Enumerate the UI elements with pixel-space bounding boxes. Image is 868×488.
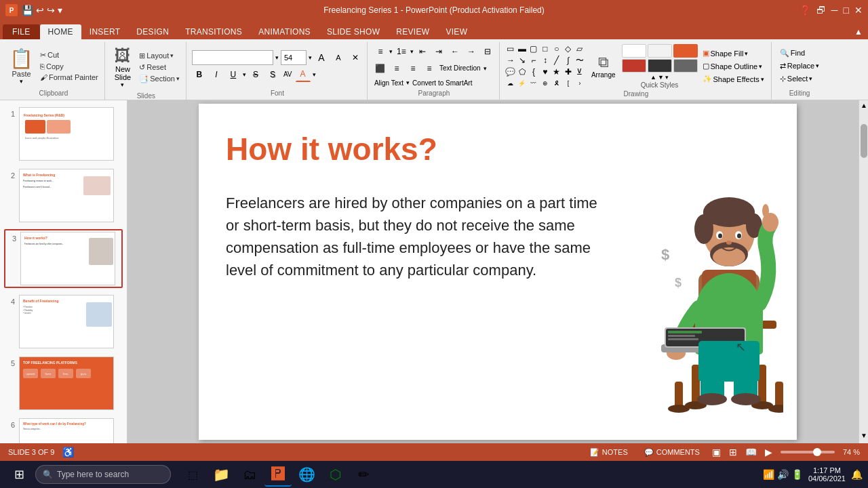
redo-icon[interactable]: ↪: [47, 5, 55, 16]
tab-slideshow[interactable]: SLIDE SHOW: [319, 24, 388, 39]
qs-item-1[interactable]: [622, 44, 646, 58]
new-slide-arrow[interactable]: ▾: [121, 81, 124, 88]
tab-transitions[interactable]: TRANSITIONS: [177, 24, 250, 39]
shape-rectangle[interactable]: ▭: [505, 43, 516, 54]
qs-more-arrow[interactable]: ▾: [665, 74, 669, 81]
arrange-button[interactable]: ⧉ Arrange: [587, 51, 620, 81]
qs-item-3[interactable]: [673, 44, 698, 58]
decrease-indent-button[interactable]: ⇤: [415, 44, 430, 59]
select-arrow[interactable]: ▾: [809, 75, 812, 82]
section-arrow[interactable]: ▾: [176, 75, 180, 82]
paste-button[interactable]: 📋 Paste ▾: [7, 45, 36, 87]
start-button[interactable]: ⊞: [5, 462, 33, 487]
strikethrough-button[interactable]: S: [248, 67, 263, 82]
scrollbar-up-arrow[interactable]: ▲: [859, 100, 868, 110]
help-icon[interactable]: ❓: [800, 5, 811, 16]
font-size-arrow[interactable]: ▾: [309, 54, 312, 61]
normal-view-icon[interactable]: ▣: [712, 447, 721, 458]
align-text-arrow[interactable]: ▾: [406, 79, 410, 86]
shape-freeform[interactable]: 〜: [574, 55, 585, 66]
align-right-button[interactable]: ≡: [406, 61, 420, 76]
font-name-input[interactable]: [192, 50, 273, 65]
tab-view[interactable]: VIEW: [437, 24, 475, 39]
slide-body[interactable]: Freelancers are hired by other companies…: [226, 192, 606, 281]
shadow-button[interactable]: S: [265, 67, 280, 82]
zoom-slider[interactable]: [781, 451, 835, 453]
shape-connector[interactable]: ↕: [540, 55, 551, 66]
scrollbar-down-arrow[interactable]: ▼: [859, 430, 868, 441]
slide-thumb-2[interactable]: 2 What is Freelancing Freelancing means …: [4, 167, 123, 224]
shape-cross[interactable]: ✚: [563, 66, 574, 77]
shape-brace[interactable]: {: [528, 66, 539, 77]
slide-thumb-6[interactable]: 6 What type of work can I do by Freelanc…: [4, 417, 123, 443]
increase-indent-button[interactable]: ⇥: [431, 44, 446, 59]
font-color-button[interactable]: A: [296, 67, 311, 82]
tab-review[interactable]: REVIEW: [388, 24, 437, 39]
shape-lightning[interactable]: ⚡: [517, 78, 528, 89]
shape-wave[interactable]: 〰: [528, 78, 539, 89]
network-icon[interactable]: 📶: [763, 469, 774, 480]
bold-button[interactable]: B: [192, 67, 207, 82]
shape-star[interactable]: ★: [551, 66, 562, 77]
shape-arrow[interactable]: →: [505, 55, 516, 66]
tab-file[interactable]: FILE: [3, 24, 40, 39]
tab-design[interactable]: DESIGN: [128, 24, 177, 39]
cut-button[interactable]: ✂ Cut: [38, 50, 100, 60]
ribbon-collapse[interactable]: ▲: [849, 24, 868, 39]
shape-pentagon[interactable]: ⬠: [517, 66, 528, 77]
replace-arrow[interactable]: ▾: [816, 62, 819, 69]
shape-effects-button[interactable]: ✨ Shape Effects ▾: [700, 73, 767, 85]
slide-thumb-1[interactable]: 1 Freelancing Series (R&D) Icons and peo…: [4, 106, 123, 162]
slide-thumb-5[interactable]: 5 TOP FREELANCING PLATFORMS upwork fiver…: [4, 355, 123, 411]
underline-arrow[interactable]: ▾: [243, 71, 246, 78]
bullet-list-arrow[interactable]: ▾: [389, 48, 393, 55]
qs-up-arrow[interactable]: ▲: [650, 74, 656, 81]
paste-dropdown-arrow[interactable]: ▾: [20, 78, 23, 85]
accessibility-icon[interactable]: ♿: [62, 447, 74, 458]
shape-cloud[interactable]: ☁: [505, 78, 516, 89]
shape-rectangle2[interactable]: ▬: [517, 43, 528, 54]
italic-button[interactable]: I: [209, 67, 224, 82]
shape-heart[interactable]: ♥: [540, 66, 551, 77]
qs-item-4[interactable]: [622, 59, 646, 73]
tab-animations[interactable]: ANIMATIONS: [250, 24, 319, 39]
shape-elbow[interactable]: ⌐: [528, 55, 539, 66]
volume-icon[interactable]: 🔊: [777, 469, 789, 480]
shape-curve[interactable]: ∫: [563, 55, 574, 66]
copy-button[interactable]: ⎘ Copy: [38, 62, 100, 71]
edit-app[interactable]: ✏: [350, 462, 377, 487]
tab-home[interactable]: HOME: [40, 24, 81, 39]
section-button[interactable]: 📑 Section ▾: [137, 74, 182, 84]
font-color-arrow[interactable]: ▾: [313, 71, 316, 78]
slideshow-icon[interactable]: ▶: [765, 447, 772, 458]
shape-diamond[interactable]: ◇: [563, 43, 574, 54]
restore-icon[interactable]: 🗗: [816, 5, 826, 16]
comments-button[interactable]: 💬 COMMENTS: [640, 447, 704, 458]
numbered-list-arrow[interactable]: ▾: [410, 48, 414, 55]
underline-button[interactable]: U: [226, 67, 241, 82]
powerpoint-app[interactable]: 🅿: [264, 462, 292, 487]
shape-more[interactable]: ⊻: [574, 66, 585, 77]
notification-icon[interactable]: 🔔: [851, 469, 863, 480]
shape-rounded-rect[interactable]: ▢: [528, 43, 539, 54]
font-size-input[interactable]: [281, 50, 307, 65]
font-name-arrow[interactable]: ▾: [275, 54, 279, 61]
zoom-thumb[interactable]: [813, 448, 821, 456]
chrome-app[interactable]: 🌐: [293, 462, 320, 487]
shape-fill-button[interactable]: ▣ Shape Fill ▾: [700, 47, 767, 59]
qs-item-6[interactable]: [673, 59, 698, 73]
convert-smartart-button[interactable]: Convert to SmartArt: [411, 78, 473, 88]
format-painter-button[interactable]: 🖌 Format Painter: [38, 73, 100, 82]
shape-bracket[interactable]: [: [563, 78, 574, 89]
shape-outline-button[interactable]: ▢ Shape Outline ▾: [700, 60, 767, 72]
shape-chevron[interactable]: ›: [574, 78, 585, 89]
text-direction-button[interactable]: Text Direction: [438, 63, 482, 73]
decrease-font-button[interactable]: A: [331, 50, 346, 65]
explorer-app[interactable]: 📁: [208, 462, 235, 487]
minimize-icon[interactable]: ─: [831, 5, 838, 16]
new-slide-button[interactable]: 🖼 New Slide ▾: [111, 43, 135, 91]
spacing-btn[interactable]: AV: [282, 69, 294, 79]
effects-arrow[interactable]: ▾: [761, 76, 764, 83]
taskbar-search[interactable]: 🔍 Type here to search: [35, 465, 171, 484]
slide-thumb-4[interactable]: 4 Benefit of Freelancing • Freedom• Flex…: [4, 293, 123, 350]
